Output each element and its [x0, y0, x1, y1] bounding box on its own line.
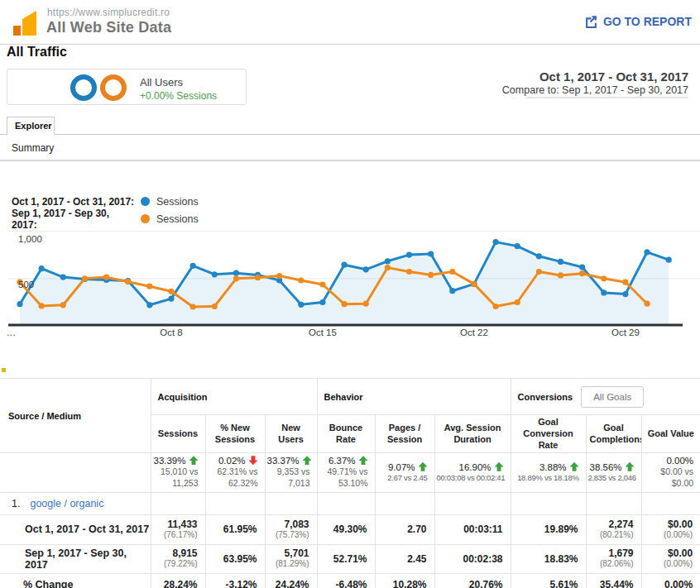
column-header-pct-new-sessions[interactable]: % New Sessions [205, 415, 265, 453]
data-point [39, 265, 45, 271]
data-point [146, 284, 152, 289]
column-header-new-users[interactable]: New Users [265, 415, 317, 453]
change-arrow-icon [626, 462, 635, 471]
data-point [601, 275, 607, 281]
tab-explorer[interactable]: Explorer [7, 117, 55, 135]
data-point [471, 281, 477, 287]
table-row-sep: Sep 1, 2017 - Sep 30, 2017 8,915(79.22%)… [0, 544, 700, 573]
x-axis-tick-label: Oct 22 [460, 327, 488, 337]
section-divider [0, 160, 700, 161]
data-point [363, 266, 369, 272]
data-point [622, 291, 628, 297]
group-header-conversions: Conversions All Goals [511, 379, 700, 415]
property-title: All Web Site Data [46, 19, 171, 36]
data-point [449, 269, 455, 275]
total-new-users: 33.37% 9,353 vs 7,013 [265, 453, 317, 492]
column-header-source-medium[interactable]: Source / Medium [0, 379, 151, 453]
total-pct-new-sessions: 0.02% 62.31% vs 62.32% [205, 453, 265, 492]
chart-canvas [0, 230, 700, 327]
column-header-sessions[interactable]: Sessions [151, 415, 205, 453]
data-point [492, 304, 498, 309]
legend-row-primary: Oct 1, 2017 - Oct 31, 2017: Sessions [12, 196, 199, 207]
external-link-icon [584, 14, 598, 28]
legend-row-compare: Sep 1, 2017 - Sep 30, 2017: Sessions [12, 213, 199, 224]
data-point [515, 299, 520, 305]
change-arrow-icon [359, 456, 368, 465]
go-to-report-label: GO TO REPORT [603, 15, 692, 28]
total-goal-conversion-rate: 3.88% 18.89% vs 18.18% [511, 453, 586, 492]
conversions-label: Conversions [518, 392, 573, 402]
total-goal-value: 0.00% $0.00 vs $0.00 [641, 453, 700, 492]
column-header-goal-completions[interactable]: Goal Completions [586, 415, 641, 453]
data-point [342, 301, 348, 307]
goal-selector-dropdown[interactable]: All Goals [581, 386, 644, 408]
change-arrow-icon [249, 456, 258, 465]
chart-legend: Oct 1, 2017 - Oct 31, 2017: Sessions Sep… [12, 196, 199, 231]
data-point [449, 288, 455, 294]
x-axis-tick-label: Oct 15 [309, 327, 337, 337]
data-point [298, 302, 304, 308]
column-header-pages-session[interactable]: Pages / Session [375, 415, 434, 453]
legend-dot-blue-icon [141, 197, 150, 206]
group-header-acquisition: Acquisition [151, 379, 317, 415]
row-index: 1. [12, 498, 20, 509]
y-axis-label-500: 500 [18, 280, 34, 289]
date-range-primary: Oct 1, 2017 - Oct 31, 2017 [539, 69, 688, 84]
x-axis-tick-label: Oct 8 [160, 327, 182, 337]
data-point [579, 264, 585, 270]
total-bounce-rate: 6.37% 49.71% vs 53.10% [317, 453, 375, 492]
change-arrow-icon [495, 462, 504, 471]
total-avg-session-duration: 16.90% 00:03:08 vs 00:02:41 [434, 453, 511, 492]
totals-row: 33.39% 15,010 vs 11,253 0.02% 62.31% vs … [0, 453, 700, 492]
tab-bottom-border [0, 134, 700, 135]
y-axis-label-1000: 1,000 [18, 234, 42, 244]
legend-dot-orange-icon [141, 214, 150, 223]
legend-date-label: Sep 1, 2017 - Sep 30, 2017: [12, 208, 137, 231]
data-point [406, 269, 412, 275]
data-point [168, 289, 174, 294]
data-point [363, 301, 369, 307]
header-divider [0, 44, 700, 45]
data-point [492, 239, 498, 245]
data-point [601, 289, 607, 295]
data-point [536, 269, 542, 275]
subtab-summary[interactable]: Summary [12, 142, 54, 154]
legend-date-label: Oct 1, 2017 - Oct 31, 2017: [12, 196, 137, 208]
data-point [558, 272, 563, 278]
go-to-report-link[interactable]: GO TO REPORT [584, 14, 692, 28]
segment-card-all-users[interactable]: All Users +0.00% Sessions [7, 69, 247, 105]
column-header-goal-value[interactable]: Goal Value [641, 415, 700, 453]
sessions-line-chart [0, 230, 700, 327]
series-area-fill [20, 242, 669, 324]
group-header-behavior: Behavior [317, 379, 511, 415]
subrow-label: Oct 1, 2017 - Oct 31, 2017 [0, 514, 151, 544]
data-point [385, 265, 391, 270]
data-point [385, 258, 391, 264]
artifact-dot [2, 368, 6, 372]
date-range-compare: Compare to: Sep 1, 2017 - Sep 30, 2017 [502, 84, 688, 96]
google-analytics-logo-icon [10, 7, 40, 37]
data-point [168, 296, 174, 302]
data-point [60, 302, 66, 308]
source-medium-link[interactable]: google / organic [30, 498, 103, 509]
data-point [255, 275, 261, 280]
data-point [60, 275, 66, 280]
column-header-avg-session-duration[interactable]: Avg. Session Duration [434, 415, 511, 453]
data-point [558, 259, 563, 265]
source-medium-table: Source / Medium Acquisition Behavior Con… [0, 378, 700, 588]
change-arrow-icon [419, 462, 428, 471]
data-point [644, 301, 650, 307]
data-point [212, 304, 218, 309]
total-pages-session: 9.07% 2.67 vs 2.45 [375, 453, 434, 492]
data-point [103, 275, 109, 280]
total-sessions: 33.39% 15,010 vs 11,253 [151, 453, 205, 492]
column-header-bounce-rate[interactable]: Bounce Rate [317, 415, 375, 453]
table-row-source: 1.google / organic [0, 492, 700, 514]
data-point [190, 263, 196, 269]
source-cell: 1.google / organic [0, 492, 151, 514]
segment-donut-blue-icon [70, 74, 97, 101]
data-point [233, 275, 239, 281]
column-header-goal-conversion-rate[interactable]: Goal Conversion Rate [511, 415, 586, 453]
data-point [298, 277, 304, 283]
table-row-oct: Oct 1, 2017 - Oct 31, 2017 11,433(76.17%… [0, 514, 700, 544]
